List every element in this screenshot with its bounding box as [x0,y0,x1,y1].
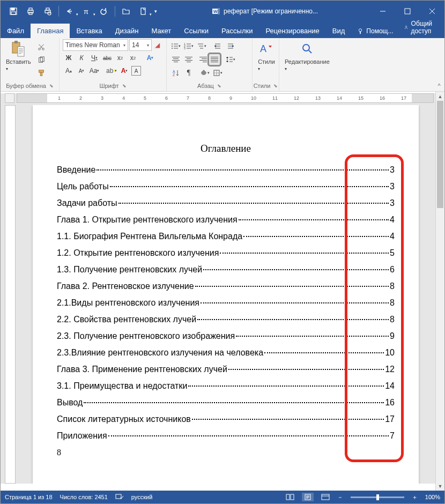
scroll-thumb[interactable] [437,101,443,208]
tab-references[interactable]: Ссылки [177,24,215,38]
clear-formatting-icon[interactable]: ◢ [153,39,161,51]
sort-button[interactable]: AZ [170,67,182,79]
toc-line: 2.3.Влияние рентгеновского излучения на … [57,348,395,358]
grow-font-button[interactable]: A▴ [63,65,75,77]
font-name-combo[interactable]: Times New Roman▾ [63,39,128,51]
tab-design[interactable]: Дизайн [109,24,145,38]
superscript-button[interactable]: x2 [127,52,139,64]
highlight-button[interactable]: ab▾ [106,65,117,77]
toc-text: 2.1.Виды рентгеновского излучения [57,298,199,308]
styles-launcher[interactable]: ⬊ [273,83,278,88]
font-launcher[interactable]: ⬊ [122,83,127,88]
toc-line: 3.1. Преимущества и недостатки14 [57,381,395,391]
redo-button[interactable] [95,1,113,22]
paste-button[interactable]: Вставить▾ [4,39,33,72]
tab-review[interactable]: Рецензирование [259,24,325,38]
page-indicator[interactable]: Страница 1 из 18 [5,494,53,500]
zoom-out-button[interactable]: － [337,493,343,501]
copy-button[interactable] [35,54,47,66]
horizontal-ruler[interactable]: 1234567891011121314151617 [17,93,434,103]
print-button[interactable] [22,1,39,22]
scroll-down-button[interactable]: ▼ [436,481,444,491]
word-icon: W [212,7,220,16]
toc-page: 7 [390,431,395,441]
increase-indent-button[interactable] [225,40,236,52]
change-case-button[interactable]: Aa▾ [88,65,100,77]
paragraph-launcher[interactable]: ⬊ [217,83,221,88]
format-painter-button[interactable] [35,67,47,79]
toc-line: 1.2. Открытие рентгеновского излучения 5 [57,248,395,258]
collapse-ribbon-button[interactable]: ^ [437,83,440,89]
char-border-button[interactable]: A [131,66,141,76]
tell-me[interactable]: Помощ... [351,24,398,38]
qat-customize[interactable]: ▾ [152,1,159,22]
font-size-combo[interactable]: 14▾ [129,39,152,51]
tab-home[interactable]: Главная [31,24,70,38]
italic-button[interactable]: К [76,52,87,64]
tab-layout[interactable]: Макет [145,24,177,38]
svg-rect-2 [11,12,16,14]
borders-button[interactable]: ▾ [212,67,224,79]
svg-rect-4 [29,8,32,10]
svg-point-33 [172,48,173,49]
vertical-ruler[interactable] [5,105,16,484]
toc-leader [108,435,389,436]
zoom-slider[interactable] [351,496,404,498]
zoom-in-button[interactable]: ＋ [412,493,418,501]
save-button[interactable] [5,1,22,22]
align-center-button[interactable] [183,54,195,65]
bullets-button[interactable]: ▾ [170,40,182,52]
tab-view[interactable]: Вид [326,24,352,38]
web-layout-button[interactable] [321,494,330,500]
ruler-corner [5,93,14,103]
align-left-button[interactable] [170,54,182,65]
tab-insert[interactable]: Вставка [70,24,108,38]
line-spacing-button[interactable]: ▾ [225,54,236,65]
align-justify-button[interactable] [209,54,220,65]
svg-text:3: 3 [184,47,186,50]
print-preview-button[interactable] [39,1,56,22]
toc-text: 1.3. Получение рентгеновских лучей [57,265,202,275]
word-count[interactable]: Число слов: 2451 [60,494,108,500]
print-layout-button[interactable] [302,493,314,501]
equation-button[interactable]: π▾ [78,1,95,22]
undo-button[interactable]: ▾ [61,1,78,22]
tab-mailings[interactable]: Рассылки [215,24,259,38]
underline-button[interactable]: Ч▾ [88,52,100,64]
clipboard-launcher[interactable]: ⬊ [49,83,54,88]
toc-leader [201,302,389,303]
cut-button[interactable] [35,41,47,53]
strike-button[interactable]: abc [101,52,113,64]
bold-button[interactable]: Ж [63,52,75,64]
toc-page: 4 [390,215,395,225]
toc-page: 8 [390,298,395,308]
open-button[interactable] [117,1,135,22]
language-indicator[interactable]: русский [131,494,152,500]
document-page[interactable]: Оглавление Введение3Цель работы3Задачи р… [33,105,419,484]
minimize-button[interactable] [370,1,395,22]
shading-button[interactable]: ▾ [199,67,211,79]
zoom-level[interactable]: 100% [425,494,440,500]
share-button[interactable]: Общий доступ [398,17,444,38]
svg-text:π: π [84,8,88,16]
toc-line: Глава 1. Открытие рентгеновского излучен… [57,215,395,225]
scroll-up-button[interactable]: ▲ [436,92,444,101]
spell-check-icon[interactable] [115,494,124,500]
decrease-indent-button[interactable] [212,40,224,52]
tab-file[interactable]: Файл [1,24,31,38]
vertical-scrollbar[interactable]: ▲ ▼ [435,92,444,491]
read-mode-button[interactable] [286,494,294,500]
shrink-font-button[interactable]: A▾ [76,65,87,77]
align-right-button[interactable] [196,54,207,65]
text-effects-button[interactable]: A▾ [144,52,156,64]
font-color-button[interactable]: A▾ [118,65,130,77]
new-button[interactable]: ▾ [135,1,152,22]
editing-button[interactable]: Редактирование▾ [283,39,332,72]
multilevel-button[interactable]: ▾ [196,40,207,52]
toc-text: 3.1. Преимущества и недостатки [57,381,187,391]
toc-page: 8 [390,281,395,291]
styles-button[interactable]: A Стили▾ [256,39,277,72]
numbering-button[interactable]: 123▾ [183,40,195,52]
show-marks-button[interactable]: ¶ [183,67,195,79]
subscript-button[interactable]: x2 [114,52,126,64]
